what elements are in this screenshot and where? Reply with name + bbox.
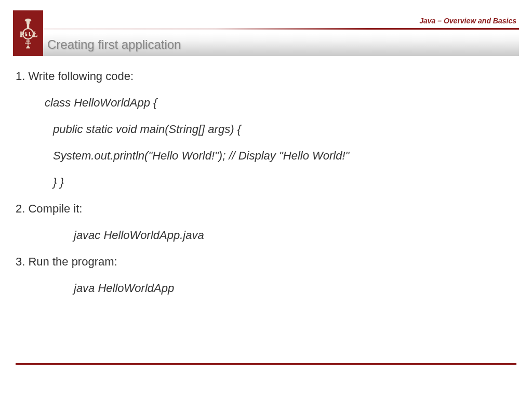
code-line-3: System.out.println("Hello World!"); // D… [16,147,516,164]
title-bar: Creating first application [13,33,519,56]
svg-rect-1 [27,24,29,29]
footer-rule [16,363,516,365]
step-1-label: 1. Write following code: [16,68,516,85]
code-line-4: } } [16,174,516,191]
svg-text:P: P [20,31,24,38]
step-2-label: 2. Compile it: [16,200,516,217]
header-rule [13,28,519,30]
logo-block: P Ł [13,10,43,56]
slide-title: Creating first application [47,37,181,52]
slide-content: 1. Write following code: class HelloWorl… [16,68,516,306]
university-logo-icon: P Ł [16,15,41,51]
code-line-1: class HelloWorldApp { [16,94,516,111]
step-3-command: java HelloWorldApp [16,280,516,297]
course-label: Java – Overview and Basics [419,17,516,25]
svg-text:Ł: Ł [33,31,37,38]
code-line-2: public static void main(String[] args) { [16,121,516,138]
step-3-label: 3. Run the program: [16,253,516,270]
step-2-command: javac HelloWorldApp.java [16,227,516,244]
svg-point-2 [23,29,33,39]
